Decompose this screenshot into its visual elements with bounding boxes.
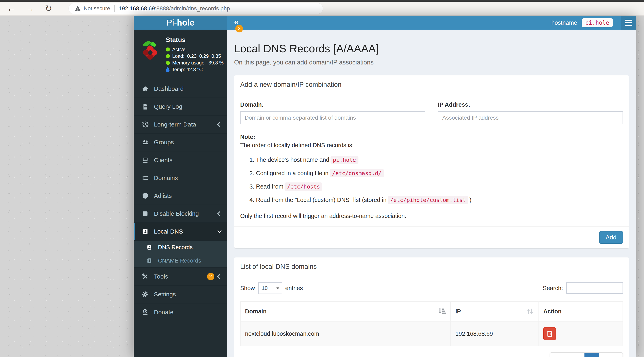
list-box-title: List of local DNS domains xyxy=(240,263,317,270)
pagination: Previous 1 Next xyxy=(550,352,623,357)
trash-icon xyxy=(546,330,553,337)
note-footer: Only the first record will trigger an ad… xyxy=(240,213,623,219)
column-header-ip[interactable]: IP xyxy=(450,301,538,321)
chevron-left-icon xyxy=(217,274,222,279)
status-dot-green xyxy=(166,54,170,58)
home-icon xyxy=(141,85,149,93)
svg-text:$: $ xyxy=(144,310,146,313)
sidebar-item-label: DNS Records xyxy=(158,244,192,251)
sidebar-item-label: Settings xyxy=(154,291,176,298)
list-item: Configured in a config file in/etc/dnsma… xyxy=(256,169,623,177)
sidebar-item-donate[interactable]: $ Donate xyxy=(134,303,227,321)
code-chip: /etc/pihole/custom.list xyxy=(388,196,468,204)
code-chip: /etc/hosts xyxy=(284,182,322,191)
forward-icon[interactable]: → xyxy=(26,4,34,13)
sidebar-item-dashboard[interactable]: Dashboard xyxy=(134,80,227,98)
url-path: :8888/admin/dns_records.php xyxy=(155,5,230,12)
square-icon xyxy=(141,210,149,217)
raspberry-logo xyxy=(139,36,162,66)
status-dot-green xyxy=(166,48,170,52)
sidebar-menu: Dashboard Query Log Long-term Data Group… xyxy=(134,80,227,321)
sidebar-item-label: Adlists xyxy=(154,192,172,199)
shield-icon xyxy=(141,192,149,200)
laptop-icon xyxy=(141,156,149,164)
sidebar-item-clients[interactable]: Clients xyxy=(134,151,227,169)
column-header-domain[interactable]: Domain xyxy=(240,301,450,321)
page-title: Local DNS Records [A/AAAA] xyxy=(234,42,629,55)
top-navbar: « 2 hostname: pi.hole xyxy=(227,16,636,30)
status-active: Active xyxy=(172,46,186,53)
note-title: Note: xyxy=(240,134,623,140)
sidebar-item-label: Clients xyxy=(154,157,172,164)
sidebar-item-label: Domains xyxy=(154,175,178,181)
app-header: Pi-hole « 2 hostname: pi.hole xyxy=(134,16,636,30)
page-subtitle: On this page, you can add domain/IP asso… xyxy=(234,59,629,66)
chevron-down-icon xyxy=(217,229,222,233)
local-dns-submenu: DNS Records CNAME Records xyxy=(134,240,227,267)
dns-order-list: The device's host name andpi.hole Config… xyxy=(240,156,623,204)
address-book-icon xyxy=(146,257,153,264)
search-input[interactable] xyxy=(566,282,623,294)
list-item: Read from/etc/hosts xyxy=(256,182,623,191)
sidebar-item-tools[interactable]: Tools 2 xyxy=(134,267,227,285)
sidebar-item-label: Groups xyxy=(154,139,174,146)
note-section: Note: The order of locally defined DNS r… xyxy=(240,134,623,219)
entries-select[interactable]: 10 xyxy=(258,282,282,294)
warning-icon xyxy=(75,6,81,11)
list-icon xyxy=(141,174,149,182)
entries-label: entries xyxy=(285,285,303,291)
sidebar-item-groups[interactable]: Groups xyxy=(134,133,227,151)
url-host: 192.168.68.69 xyxy=(119,5,155,12)
next-page-button[interactable]: Next xyxy=(599,353,622,357)
gear-icon xyxy=(141,290,149,298)
url-bar[interactable]: Not secure 192.168.68.69:8888/admin/dns_… xyxy=(69,3,323,14)
status-dot-green xyxy=(166,61,170,65)
sidebar-item-dns-records[interactable]: DNS Records xyxy=(134,241,227,254)
status-block: Status Active Load: 0.23 0.29 0.35 Memor… xyxy=(134,30,227,80)
ip-address-label: IP Address: xyxy=(438,101,623,108)
sidebar-item-label: Donate xyxy=(154,309,174,316)
sidebar-item-settings[interactable]: Settings xyxy=(134,285,227,303)
cell-action xyxy=(539,321,623,346)
address-book-icon xyxy=(146,243,153,251)
dns-records-table: Domain xyxy=(240,301,623,346)
sidebar-item-disable-blocking[interactable]: Disable Blocking xyxy=(134,205,227,222)
list-box-header: List of local DNS domains xyxy=(234,257,629,276)
sidebar-item-label: Long-term Data xyxy=(154,121,196,128)
page-number-button[interactable]: 1 xyxy=(584,353,599,357)
previous-page-button[interactable]: Previous xyxy=(550,353,584,357)
add-box-header: Add a new domain/IP combination xyxy=(234,75,629,94)
ip-address-input[interactable] xyxy=(438,111,623,124)
brand-prefix: Pi- xyxy=(166,18,177,28)
list-item: The device's host name andpi.hole xyxy=(256,156,623,164)
sidebar-item-label: Dashboard xyxy=(154,85,184,92)
reload-icon[interactable]: ↻ xyxy=(45,4,52,13)
back-icon[interactable]: ← xyxy=(7,4,16,13)
domain-label: Domain: xyxy=(240,101,425,108)
domain-input[interactable] xyxy=(240,111,425,124)
note-intro: The order of locally defined DNS records… xyxy=(240,142,623,149)
sidebar-item-label: CNAME Records xyxy=(158,257,201,264)
delete-button[interactable] xyxy=(543,327,556,340)
add-button[interactable]: Add xyxy=(599,231,623,244)
status-memory: Memory usage: 39.8 % xyxy=(172,59,224,66)
file-icon xyxy=(141,103,149,111)
security-label: Not secure xyxy=(84,6,110,12)
sidebar-item-domains[interactable]: Domains xyxy=(134,169,227,187)
menu-hamburger-icon[interactable] xyxy=(621,16,636,30)
chevron-left-icon xyxy=(217,122,222,127)
pihole-logo-title[interactable]: Pi-hole xyxy=(134,16,227,30)
sort-amount-icon xyxy=(438,307,446,315)
code-chip: pi.hole xyxy=(330,156,358,164)
sidebar-item-query-log[interactable]: Query Log xyxy=(134,98,227,115)
sidebar-item-label: Disable Blocking xyxy=(154,210,199,217)
sidebar-item-local-dns[interactable]: Local DNS xyxy=(134,222,227,240)
sidebar-item-adlists[interactable]: Adlists xyxy=(134,187,227,205)
sidebar-item-label: Local DNS xyxy=(154,228,183,235)
users-icon xyxy=(141,138,149,146)
sort-both-icon xyxy=(526,307,534,315)
sidebar-item-long-term-data[interactable]: Long-term Data xyxy=(134,115,227,133)
sidebar-item-cname-records[interactable]: CNAME Records xyxy=(134,254,227,267)
status-temp: Temp: 42.8 °C xyxy=(172,66,203,73)
pihole-admin-window: Pi-hole « 2 hostname: pi.hole xyxy=(134,16,636,357)
